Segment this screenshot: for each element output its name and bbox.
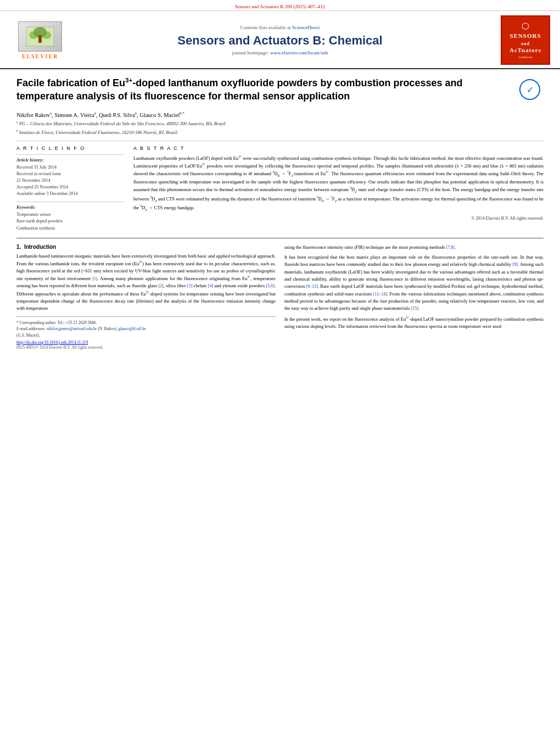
article-info-column: A R T I C L E I N F O Article history: R… [16,146,124,232]
sensors-logo-icon: ⬡ [522,21,529,31]
footnote-emails: E-mail addresses: nikifor.gomes@univasf.… [16,326,276,338]
available-online-date: Available online 3 December 2014 [16,191,124,197]
ref-15[interactable]: [15] [411,306,418,311]
ref-1[interactable]: [1] [92,276,97,281]
keyword-1: Temperature sensor [16,211,124,219]
accepted-date: Accepted 25 November 2014 [16,184,124,191]
footnote-corresponding: * Corresponding author. Tel.: +55 21 262… [16,320,276,326]
keywords-section: Keywords: Temperature sensor Rare-earth … [16,202,124,232]
ref-4[interactable]: [4] [208,283,213,288]
ref-9-13[interactable]: [9–13] [306,284,318,289]
journal-url[interactable]: www.elsevier.com/locate/snb [270,50,328,55]
crossmark-icon: ✓ [519,79,540,100]
affiliation-b: b Instituto de Física, Universidade Fede… [16,129,544,136]
elsevier-wordmark: ELSEVIER [22,53,59,59]
article-title: Facile fabrication of Eu3+-doped lanthan… [16,76,516,103]
authors-line: Nikifor Rakova, Simone A. Vieiraa, Queli… [16,111,544,118]
elsevier-logo-area: ELSEVIER [10,21,70,59]
keywords-label: Keywords: [16,205,124,210]
ref-3[interactable]: [3] [187,283,192,288]
ref-2[interactable]: [2] [158,283,163,288]
journal-citation-bar: Sensors and Actuators B 209 (2015) 407–4… [0,0,560,11]
ref-9[interactable]: [9] [513,262,518,267]
abstract-column: A B S T R A C T Lanthanum oxyfluoride po… [133,146,544,232]
intro-paragraph-1: Lanthanide-based luminescent inorganic m… [16,253,276,312]
contents-available-text: Contents lists available at ScienceDirec… [81,25,479,30]
article-title-section: Facile fabrication of Eu3+-doped lanthan… [16,76,544,107]
article-info-heading: A R T I C L E I N F O [16,146,124,151]
svg-point-4 [42,31,51,39]
received-revised-label: Received in revised form [16,171,124,177]
copyright-text: © 2014 Elsevier B.V. All rights reserved… [133,216,544,221]
journal-header: ELSEVIER Contents lists available at Sci… [0,11,560,69]
email-rakov[interactable]: nikifor.gomes@univasf.edu.br [47,326,97,331]
elsevier-logo: ELSEVIER [10,21,70,59]
info-abstract-section: A R T I C L E I N F O Article history: R… [16,146,544,232]
article-body: Facile fabrication of Eu3+-doped lanthan… [0,69,560,355]
abstract-text: Lanthanum oxyfluoride powders (LaOF) dop… [133,154,544,213]
issn-text: 0925-4005/© 2014 Elsevier B.V. All right… [16,345,276,350]
doi-link: http://dx.doi.org/10.1016/j.snb.2014.11.… [16,340,276,345]
keyword-3: Combustion synthesis [16,225,124,232]
section-1-heading: 1. Introduction [16,244,276,250]
elsevier-tree-image [18,21,62,52]
journal-citation: Sensors and Actuators B 209 (2015) 407–4… [235,4,325,9]
journal-homepage-line: journal homepage: www.elsevier.com/locat… [81,50,479,55]
sensors-logo-area: ⬡ SENSORSandAcTuators synthesis [490,15,550,65]
received-date: Received 31 July 2014 [16,164,124,171]
email-maciel[interactable]: glauco@if.uff.br [119,326,146,331]
history-label: Article history: [16,158,124,163]
footnote-section: * Corresponding author. Tel.: +55 21 262… [16,316,276,350]
ref-11-14[interactable]: [11–14] [373,292,387,297]
right-column: using the fluorescence intensity ratio (… [284,244,544,350]
sensors-logo-text: SENSORSandAcTuators [509,32,541,54]
svg-point-3 [29,31,38,39]
sciencedirect-link[interactable]: ScienceDirect [292,25,320,30]
received-revised-date: 21 November 2014 [16,177,124,184]
crossmark-logo: ✓ [516,79,544,101]
article-history: Article history: Received 31 July 2014 R… [16,154,124,197]
main-content: 1. Introduction Lanthanide-based lumines… [16,244,544,350]
journal-title-area: Contents lists available at ScienceDirec… [70,25,490,55]
journal-main-title: Sensors and Actuators B: Chemical [81,34,479,48]
keyword-2: Rare-earth doped powders [16,218,124,225]
abstract-heading: A B S T R A C T [133,146,544,151]
right-paragraph-2: It has been recognized that the host mat… [284,254,544,312]
divider-2 [16,238,544,238]
doi-url[interactable]: http://dx.doi.org/10.1016/j.snb.2014.11.… [16,340,88,345]
right-paragraph-3: In the present work, we report on the fl… [284,315,544,330]
ref-5-6[interactable]: [5,6] [266,283,275,288]
left-column: 1. Introduction Lanthanide-based lumines… [16,244,276,350]
right-paragraph-1: using the fluorescence intensity ratio (… [284,244,544,251]
divider-1 [16,141,544,141]
ref-7-8[interactable]: [7,8] [446,245,455,250]
sensors-actuators-logo: ⬡ SENSORSandAcTuators synthesis [501,15,550,65]
svg-rect-2 [38,35,42,43]
affiliation-a: a PG – Ciência dos Materiais, Universida… [16,120,544,127]
sensors-logo-subtitle: synthesis [518,55,533,59]
page-wrapper: Sensors and Actuators B 209 (2015) 407–4… [0,0,560,742]
